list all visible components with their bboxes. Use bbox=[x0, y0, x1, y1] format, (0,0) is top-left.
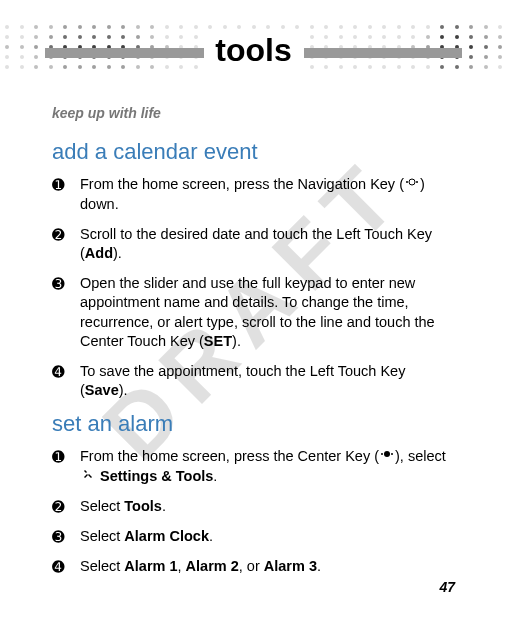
step-number: ➌ bbox=[52, 274, 80, 352]
step-item: ➌ Select Alarm Clock. bbox=[52, 527, 455, 547]
step-item: ➍ Select Alarm 1, Alarm 2, or Alarm 3. bbox=[52, 557, 455, 577]
subtitle: keep up with life bbox=[52, 105, 455, 121]
step-item: ➌ Open the slider and use the full keypa… bbox=[52, 274, 455, 352]
step-number: ➊ bbox=[52, 175, 80, 215]
step-text: Select Tools. bbox=[80, 497, 455, 517]
step-text: From the home screen, press the Center K… bbox=[80, 447, 455, 487]
step-text: Select Alarm Clock. bbox=[80, 527, 455, 547]
section-heading-add-event: add a calendar event bbox=[52, 139, 455, 165]
step-text: From the home screen, press the Navigati… bbox=[80, 175, 455, 215]
center-key-icon bbox=[380, 447, 394, 467]
step-item: ➍ To save the appointment, touch the Lef… bbox=[52, 362, 455, 401]
step-number: ➌ bbox=[52, 527, 80, 547]
svg-point-4 bbox=[381, 453, 383, 455]
step-number: ➍ bbox=[52, 362, 80, 401]
svg-point-0 bbox=[409, 179, 415, 185]
step-number: ➋ bbox=[52, 497, 80, 517]
page-number: 47 bbox=[439, 579, 455, 595]
step-number: ➍ bbox=[52, 557, 80, 577]
svg-point-5 bbox=[391, 453, 393, 455]
page-content: keep up with life add a calendar event ➊… bbox=[0, 0, 507, 578]
step-item: ➊ From the home screen, press the Center… bbox=[52, 447, 455, 487]
settings-tools-icon bbox=[81, 467, 95, 487]
step-text: Open the slider and use the full keypad … bbox=[80, 274, 455, 352]
svg-point-1 bbox=[406, 181, 408, 183]
step-item: ➋ Scroll to the desired date and touch t… bbox=[52, 225, 455, 264]
step-item: ➋ Select Tools. bbox=[52, 497, 455, 517]
step-text: To save the appointment, touch the Left … bbox=[80, 362, 455, 401]
step-text: Scroll to the desired date and touch the… bbox=[80, 225, 455, 264]
step-number: ➋ bbox=[52, 225, 80, 264]
svg-point-2 bbox=[416, 181, 418, 183]
page-title: tools bbox=[204, 32, 304, 69]
step-number: ➊ bbox=[52, 447, 80, 487]
step-text: Select Alarm 1, Alarm 2, or Alarm 3. bbox=[80, 557, 455, 577]
section-heading-set-alarm: set an alarm bbox=[52, 411, 455, 437]
svg-point-3 bbox=[384, 451, 390, 457]
step-item: ➊ From the home screen, press the Naviga… bbox=[52, 175, 455, 215]
navigation-key-icon bbox=[405, 175, 419, 195]
